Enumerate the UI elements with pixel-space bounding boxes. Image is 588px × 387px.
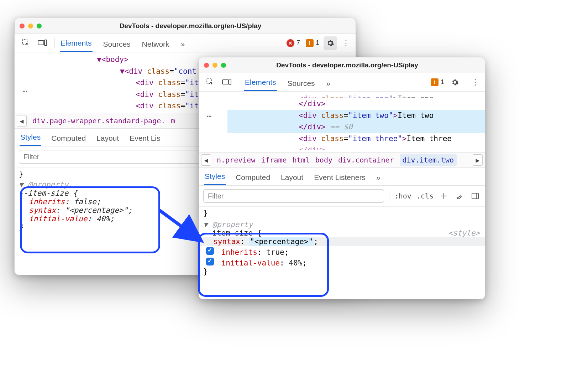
at-property-header[interactable]: ▼ @property <box>203 220 481 229</box>
gear-icon <box>451 78 459 86</box>
counters-b[interactable]: !1 <box>431 78 444 86</box>
crumb-selected[interactable]: div.item.two <box>400 154 457 166</box>
stylesheet-source-link[interactable]: <style> <box>448 229 480 237</box>
settings-button[interactable] <box>450 77 460 87</box>
decl-initial-value[interactable]: initial-value: 40%; <box>203 257 481 267</box>
crumb[interactable]: m <box>171 117 175 125</box>
styles-filter-input[interactable] <box>203 189 384 203</box>
tab-more[interactable]: » <box>326 79 331 91</box>
new-rule-button[interactable] <box>439 191 449 201</box>
svg-rect-2 <box>44 40 47 46</box>
inspect-icon[interactable] <box>205 77 215 87</box>
crumb-scroll-left[interactable]: ◀ <box>201 154 211 166</box>
close-icon[interactable] <box>20 24 25 29</box>
devtools-window-b: DevTools - developer.mozilla.org/en-US/p… <box>199 57 485 299</box>
svg-rect-6 <box>472 193 478 199</box>
ptab-more[interactable]: » <box>376 173 381 185</box>
crumb[interactable]: iframe <box>261 156 287 164</box>
titlebar-a: DevTools - developer.mozilla.org/en-US/p… <box>15 18 356 34</box>
issue-icon: ! <box>431 78 439 86</box>
error-counter[interactable]: ✕7 <box>287 39 300 47</box>
declaration-checkbox[interactable] <box>206 247 214 255</box>
device-toolbar-icon[interactable] <box>222 77 232 87</box>
tab-sources[interactable]: Sources <box>103 40 131 52</box>
crumb-scroll-right[interactable]: ▶ <box>473 154 483 166</box>
traffic-lights[interactable] <box>204 63 226 68</box>
toolbar-a: Elements Sources Network » ✕7 !1 ⋮ <box>15 34 356 52</box>
brush-icon <box>456 192 463 200</box>
dom-tree-b[interactable]: ⋯ <div class="item one">Item one </div> … <box>199 92 485 152</box>
declaration-checkbox[interactable] <box>206 258 214 265</box>
ptab-computed[interactable]: Computed <box>51 134 86 146</box>
gutter-ellipsis-icon: ⋯ <box>22 85 29 97</box>
divider <box>239 77 239 88</box>
tab-more[interactable]: » <box>180 40 186 52</box>
main-tabs-a: Elements Sources Network » <box>60 34 185 52</box>
close-icon[interactable] <box>204 63 209 68</box>
traffic-lights[interactable] <box>20 24 42 29</box>
rule-close: } <box>203 267 481 276</box>
dom-line[interactable]: <div class="item three">Item three <box>227 133 485 145</box>
minimize-icon[interactable] <box>212 63 217 68</box>
zoom-icon[interactable] <box>37 24 42 29</box>
error-icon: ✕ <box>287 39 294 47</box>
decl-inherits[interactable]: inherits: true; <box>203 246 481 257</box>
ptab-layout[interactable]: Layout <box>280 173 304 185</box>
ptab-styles[interactable]: Styles <box>20 133 41 146</box>
ptab-computed[interactable]: Computed <box>235 173 271 185</box>
editing-value[interactable]: "<percentage>" <box>249 237 314 246</box>
tab-network[interactable]: Network <box>141 40 170 52</box>
inspect-icon[interactable] <box>21 38 31 48</box>
divider <box>389 191 389 201</box>
rule-selector[interactable]: --item-size { <box>203 229 481 237</box>
dom-line[interactable]: <div class="item one">Item one <box>227 93 485 98</box>
svg-rect-4 <box>222 80 228 84</box>
issue-counter[interactable]: !1 <box>431 78 444 86</box>
toolbar-b: Elements Sources » !1 ⋮ <box>199 73 485 92</box>
settings-button[interactable] <box>324 36 337 50</box>
ptab-events[interactable]: Event Lis <box>129 134 161 146</box>
divider <box>54 38 55 48</box>
hov-toggle[interactable]: :hov <box>394 192 411 200</box>
text-node: Item two <box>398 111 434 120</box>
crumb[interactable]: n.preview <box>217 156 255 164</box>
dom-line[interactable]: </div> <box>227 144 485 150</box>
minimize-icon[interactable] <box>28 24 33 29</box>
more-menu-icon[interactable]: ⋮ <box>471 78 479 87</box>
ptab-styles[interactable]: Styles <box>204 172 226 185</box>
issue-counter[interactable]: !1 <box>306 39 319 47</box>
tab-elements[interactable]: Elements <box>60 39 93 52</box>
dom-line-selected[interactable]: </div> == $0 <box>227 121 485 133</box>
cls-toggle[interactable]: .cls <box>416 192 434 200</box>
main-tabs-b: Elements Sources » <box>244 73 331 91</box>
crumb[interactable]: body <box>315 156 332 164</box>
titlebar-b: DevTools - developer.mozilla.org/en-US/p… <box>199 57 485 73</box>
issue-count: 1 <box>316 39 319 47</box>
device-toolbar-icon[interactable] <box>37 38 47 48</box>
dom-line[interactable]: </div> <box>227 98 485 110</box>
crumb[interactable]: div.page-wrapper.standard-page. <box>32 117 165 125</box>
svg-rect-5 <box>229 79 231 85</box>
text-node: Item three <box>406 134 451 143</box>
zoom-icon[interactable] <box>221 63 226 68</box>
tab-elements[interactable]: Elements <box>244 78 277 91</box>
counters-a[interactable]: ✕7 !1 <box>287 39 319 47</box>
tab-sources[interactable]: Sources <box>287 79 316 91</box>
decl-syntax[interactable]: syntax: "<percentage>"; <box>199 237 485 246</box>
ptab-layout[interactable]: Layout <box>96 134 120 146</box>
crumb[interactable]: html <box>293 156 310 164</box>
crumb-scroll-left[interactable]: ◀ <box>17 115 27 127</box>
ptab-events[interactable]: Event Listeners <box>313 173 366 185</box>
plus-icon <box>440 192 448 200</box>
breadcrumb-b[interactable]: ◀ n.preview iframe html body div.contain… <box>199 152 485 168</box>
dom-line-selected[interactable]: <div class="item two">Item two <box>227 110 485 122</box>
window-title-b: DevTools - developer.mozilla.org/en-US/p… <box>232 61 480 69</box>
styles-pane-b[interactable]: } ▼ @property <style> --item-size { synt… <box>199 207 485 282</box>
panel-tabs-b: Styles Computed Layout Event Listeners » <box>199 168 485 186</box>
crumb[interactable]: div.container <box>338 156 394 164</box>
more-menu-icon[interactable]: ⋮ <box>342 38 350 48</box>
sidebar-toggle-button[interactable] <box>470 191 481 201</box>
error-count: 7 <box>296 39 300 47</box>
computed-toggle-button[interactable] <box>454 191 465 201</box>
gear-icon <box>326 39 334 47</box>
